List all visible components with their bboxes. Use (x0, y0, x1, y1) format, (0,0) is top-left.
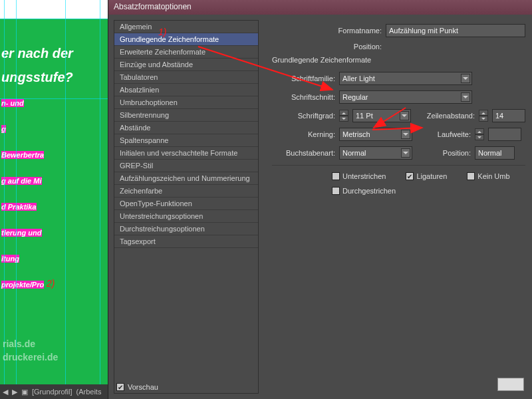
tracking-stepper[interactable] (475, 128, 484, 140)
chevron-down-icon[interactable] (401, 130, 410, 139)
category-item[interactable]: Unterstreichungsoptionen (114, 210, 258, 223)
status-profile: [Grundprofil] (32, 388, 72, 396)
category-item[interactable]: Einzüge und Abstände (114, 59, 258, 71)
position-field-label: Position: (416, 149, 471, 157)
category-item[interactable]: OpenType-Funktionen (114, 198, 258, 210)
position-combo[interactable]: Normal (475, 146, 515, 160)
category-item[interactable]: Spaltenspanne (114, 134, 258, 147)
chevron-down-icon[interactable] (461, 92, 470, 102)
kerning-label: Kerning: (272, 130, 335, 138)
category-item[interactable]: Initialen und verschachtelte Formate (114, 147, 258, 160)
kerning-combo[interactable]: Metrisch (339, 128, 412, 141)
category-list[interactable]: AllgemeinGrundlegende ZeichenformateErwe… (114, 20, 259, 394)
size-stepper[interactable] (339, 110, 348, 122)
annotation-1: 1) (158, 27, 166, 37)
font-family-label: Schriftfamilie: (272, 74, 335, 82)
chevron-down-icon[interactable] (400, 111, 409, 120)
chevron-down-icon[interactable] (401, 148, 410, 158)
paragraph-style-options-dialog: Absatzformatoptionen AllgemeinGrundlegen… (108, 0, 532, 399)
category-item[interactable]: Absatzlinien (114, 84, 258, 96)
page-nav-icon[interactable]: ▶ (12, 388, 17, 396)
section-title: Grundlegende Zeichenformate (272, 56, 525, 64)
underline-check[interactable]: Unterstrichen (332, 172, 386, 180)
font-size-label: Schriftgrad: (272, 112, 335, 120)
category-item[interactable]: Durchstreichungsoptionen (114, 223, 258, 235)
font-style-label: Schriftschnitt: (272, 93, 335, 101)
leading-stepper[interactable] (479, 110, 488, 122)
status-docname: (Arbeits (76, 388, 102, 396)
leading-label: Zeilenabstand: (415, 112, 475, 120)
font-style-combo[interactable]: Regular (339, 90, 472, 104)
watermark-1: rials.de (3, 338, 35, 349)
formatname-label: Formatname: (338, 27, 382, 35)
category-item[interactable]: Erweiterte Zeichenformate (114, 46, 258, 59)
status-bar: ◀ ▶ ▣ [Grundprofil] (Arbeits (0, 384, 108, 399)
strike-check[interactable]: Durchgestrichen (332, 187, 396, 195)
document-canvas: er nach derungsstufe?n- undgBewerbertrag… (0, 0, 108, 399)
category-item[interactable]: Zeichenfarbe (114, 185, 258, 198)
category-item[interactable]: Tabulatoren (114, 71, 258, 84)
tracking-label: Laufweite: (416, 130, 471, 138)
master-icon[interactable]: ▣ (21, 388, 28, 396)
watermark-2: druckerei.de (3, 352, 58, 362)
page-nav-icon[interactable]: ◀ (3, 388, 8, 396)
font-size-combo[interactable]: 11 Pt (352, 109, 411, 122)
case-label: Buchstabenart: (272, 149, 335, 157)
options-form: Formatname: Aufzählung mit Punkt Positio… (259, 15, 532, 399)
nobreak-check[interactable]: Kein Umb (467, 172, 509, 180)
category-item[interactable]: Abstände (114, 122, 258, 134)
category-item[interactable]: Allgemein (114, 21, 258, 33)
dialog-button[interactable] (497, 378, 524, 391)
category-item[interactable]: GREP-Stil (114, 160, 258, 172)
tracking-combo[interactable] (488, 128, 521, 141)
chevron-down-icon[interactable] (461, 74, 470, 83)
position-label: Position: (354, 43, 382, 51)
category-item[interactable]: Grundlegende Zeichenformate (114, 33, 258, 46)
dialog-title: Absatzformatoptionen (108, 0, 532, 15)
font-family-combo[interactable]: Aller Light (339, 72, 472, 85)
preview-check[interactable]: ✔Vorschau (116, 383, 158, 391)
annotation-2: 2) (47, 278, 55, 289)
category-item[interactable]: Aufzählungszeichen und Nummerierung (114, 172, 258, 185)
leading-combo[interactable]: 14 (492, 109, 525, 122)
ligatures-check[interactable]: ✔Ligaturen (406, 172, 447, 180)
category-item[interactable]: Umbruchoptionen (114, 96, 258, 109)
case-combo[interactable]: Normal (339, 146, 412, 160)
formatname-field[interactable]: Aufzählung mit Punkt (386, 24, 525, 37)
category-item[interactable]: Tagsexport (114, 235, 258, 248)
category-item[interactable]: Silbentrennung (114, 109, 258, 122)
